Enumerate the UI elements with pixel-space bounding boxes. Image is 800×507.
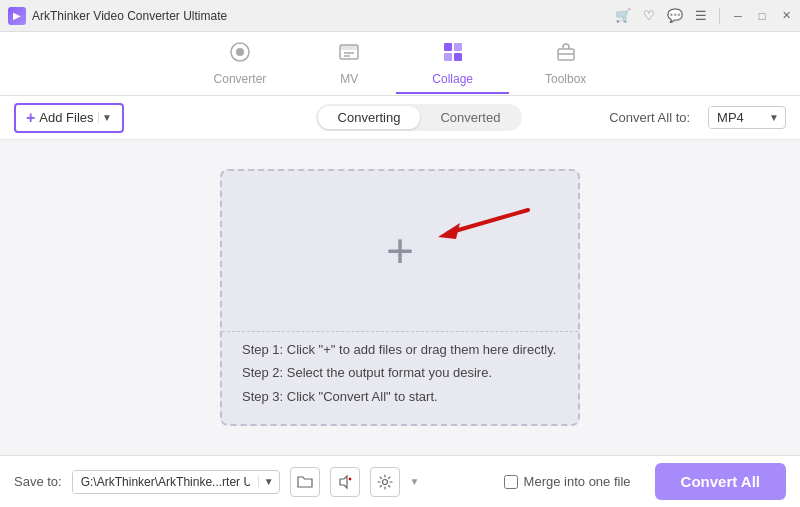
merge-label: Merge into one file xyxy=(524,474,631,489)
steps-section: Step 1: Click "+" to add files or drag t… xyxy=(222,331,578,424)
mv-label: MV xyxy=(340,72,358,86)
nav-item-collage[interactable]: Collage xyxy=(396,33,509,94)
nav-item-converter[interactable]: Converter xyxy=(178,33,303,94)
title-bar-left: ▶ ArkThinker Video Converter Ultimate xyxy=(8,7,227,25)
svg-point-17 xyxy=(382,479,387,484)
format-select-wrapper: MP4 MKV AVI MOV WMV ▼ xyxy=(708,106,786,129)
app-icon: ▶ xyxy=(8,7,26,25)
separator xyxy=(719,8,720,24)
merge-checkbox[interactable] xyxy=(504,475,518,489)
maximize-button[interactable]: □ xyxy=(756,10,768,22)
collage-label: Collage xyxy=(432,72,473,86)
close-button[interactable]: ✕ xyxy=(780,10,792,22)
drop-zone-inner: + xyxy=(222,171,578,331)
svg-line-12 xyxy=(448,210,528,233)
audio-icon xyxy=(337,474,353,490)
nav-item-mv[interactable]: MV xyxy=(302,33,396,94)
nav-item-toolbox[interactable]: Toolbox xyxy=(509,33,622,94)
merge-checkbox-wrapper: Merge into one file xyxy=(504,474,631,489)
convert-all-to-label: Convert All to: xyxy=(609,110,690,125)
svg-rect-6 xyxy=(444,43,452,51)
toolbar: + Add Files ▼ Converting Converted Conve… xyxy=(0,96,800,140)
convert-all-button[interactable]: Convert All xyxy=(655,463,786,500)
user-icon[interactable]: ♡ xyxy=(643,8,655,23)
converter-label: Converter xyxy=(214,72,267,86)
mv-icon xyxy=(338,41,360,68)
format-select[interactable]: MP4 MKV AVI MOV WMV xyxy=(709,107,769,128)
tab-converting[interactable]: Converting xyxy=(318,106,421,129)
app-title: ArkThinker Video Converter Ultimate xyxy=(32,9,227,23)
svg-marker-13 xyxy=(438,223,460,239)
tab-converted[interactable]: Converted xyxy=(420,106,520,129)
minimize-button[interactable]: ─ xyxy=(732,10,744,22)
svg-rect-7 xyxy=(454,43,462,51)
add-files-label: Add Files xyxy=(39,110,93,125)
save-path-dropdown[interactable]: ▼ xyxy=(258,476,279,487)
add-files-button[interactable]: + Add Files ▼ xyxy=(14,103,124,133)
drop-zone[interactable]: + Step 1: Click "+" to add files or drag… xyxy=(220,169,580,426)
arrow-container xyxy=(418,195,538,259)
nav-bar: Converter MV Collage xyxy=(0,32,800,96)
tab-group: Converting Converted xyxy=(316,104,523,131)
folder-icon xyxy=(297,474,313,490)
step1-text: Step 1: Click "+" to add files or drag t… xyxy=(242,338,558,361)
svg-rect-3 xyxy=(340,45,358,50)
title-bar-controls: 🛒 ♡ 💬 ☰ ─ □ ✕ xyxy=(615,8,792,24)
drop-plus-icon: + xyxy=(386,223,414,278)
svg-marker-14 xyxy=(340,476,347,488)
save-path-wrapper: ▼ xyxy=(72,470,280,494)
red-arrow xyxy=(418,195,538,255)
plus-icon: + xyxy=(26,109,35,127)
settings-button[interactable] xyxy=(370,467,400,497)
converter-icon xyxy=(229,41,251,68)
save-to-label: Save to: xyxy=(14,474,62,489)
toolbox-label: Toolbox xyxy=(545,72,586,86)
svg-rect-9 xyxy=(454,53,462,61)
save-path-input[interactable] xyxy=(73,471,258,493)
audio-settings-button[interactable] xyxy=(330,467,360,497)
collage-icon xyxy=(442,41,464,68)
main-content: + Step 1: Click "+" to add files or drag… xyxy=(0,140,800,455)
chat-icon[interactable]: 💬 xyxy=(667,8,683,23)
add-files-dropdown-arrow[interactable]: ▼ xyxy=(98,112,112,123)
svg-point-1 xyxy=(236,48,244,56)
cart-icon[interactable]: 🛒 xyxy=(615,8,631,23)
menu-icon[interactable]: ☰ xyxy=(695,8,707,23)
format-dropdown-arrow: ▼ xyxy=(769,112,779,123)
folder-open-button[interactable] xyxy=(290,467,320,497)
svg-rect-8 xyxy=(444,53,452,61)
toolbox-icon xyxy=(555,41,577,68)
gear-icon xyxy=(377,474,393,490)
bottom-bar: Save to: ▼ ▼ Merge into one file Convert… xyxy=(0,455,800,507)
settings-dropdown-arrow[interactable]: ▼ xyxy=(410,476,420,487)
step3-text: Step 3: Click "Convert All" to start. xyxy=(242,385,558,408)
title-bar: ▶ ArkThinker Video Converter Ultimate 🛒 … xyxy=(0,0,800,32)
step2-text: Step 2: Select the output format you des… xyxy=(242,361,558,384)
